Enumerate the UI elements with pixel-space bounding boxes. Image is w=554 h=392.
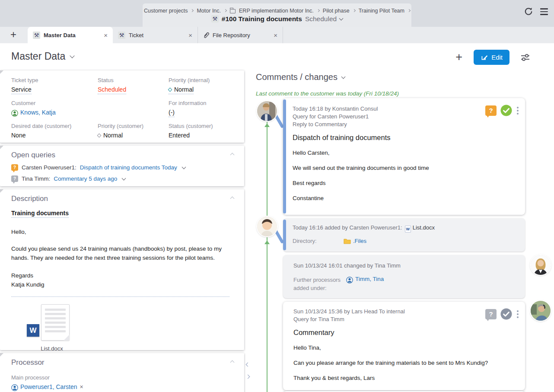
page-title-label: Master Data: [11, 51, 65, 62]
main-processor-link[interactable]: Poweruser1, Carsten: [20, 383, 77, 390]
panel-expand-right-icon[interactable]: [246, 375, 250, 379]
breadcrumb-item[interactable]: Motor Inc.: [197, 8, 221, 14]
breadcrumb-item[interactable]: ERP implementation Motor Inc.: [239, 8, 314, 14]
chevron-down-icon[interactable]: [339, 16, 344, 20]
more-menu-icon[interactable]: [516, 309, 519, 319]
attachment[interactable]: W List.docx: [26, 304, 78, 352]
settings-sliders-icon[interactable]: [521, 53, 530, 62]
open-query-icon[interactable]: ?: [485, 105, 497, 116]
page-title[interactable]: Master Data: [11, 51, 74, 62]
change-card: Sun 10/13/24 16:01 changed by Tina Timm …: [283, 255, 525, 298]
status-customer-value[interactable]: Entered: [169, 132, 244, 139]
change-field-label: Further processors added under:: [293, 276, 346, 292]
description-paragraph: Could you please send us 24 training man…: [11, 244, 229, 262]
chevron-down-icon: [341, 74, 346, 79]
processor-heading: Processor: [11, 358, 244, 367]
resolved-query-icon[interactable]: ?: [485, 309, 497, 319]
tab-ticket[interactable]: ⚒ Ticket ×: [113, 27, 198, 43]
comment-paragraph: Can you please arrange for the training …: [293, 360, 508, 366]
menu-icon[interactable]: [540, 8, 548, 15]
edit-button[interactable]: Edit: [474, 50, 509, 65]
query-icon: ?: [11, 164, 18, 171]
breadcrumb-item[interactable]: Customer projects: [144, 8, 188, 14]
approve-check-icon[interactable]: [500, 308, 512, 320]
query-link[interactable]: Dispatch of training documents Today: [80, 164, 177, 171]
comments-heading-label: Comments / changes: [256, 72, 337, 82]
chevron-down-icon[interactable]: [122, 176, 126, 180]
field-label: Desired date (customer): [11, 123, 98, 129]
file-added-card: Today 16:16 added by Carsten Poweruser1:…: [283, 218, 525, 252]
breadcrumb-item[interactable]: Training Pilot Team: [359, 8, 404, 14]
comment-meta: Query for Tina Timm: [293, 316, 508, 323]
field-label: Main processor: [11, 374, 244, 381]
open-queries-heading: Open queries: [11, 151, 244, 159]
customer-link[interactable]: Knows, Katja: [20, 109, 56, 116]
description-paragraph: Hello,: [11, 227, 229, 236]
status-value[interactable]: Scheduled: [98, 86, 126, 94]
chevron-right-icon: [224, 9, 227, 12]
avatar-tina-timm[interactable]: [531, 255, 551, 275]
comment-paragraph: Constantine: [293, 195, 508, 201]
ticket-title: #100 Training documents: [222, 15, 302, 23]
ticket-tools-icon: ⚒: [211, 15, 219, 22]
comment-meta: Sun 10/13/24 15:36 by Lars Head To inter…: [293, 308, 508, 316]
comment-meta: Today 16:18 by Konstantin Consul: [293, 105, 508, 113]
priority-internal-value[interactable]: Normal: [169, 86, 194, 94]
panel-collapse-left-icon[interactable]: [246, 363, 250, 367]
comment-paragraph: Hello Tina,: [293, 344, 508, 351]
ticket-type-value[interactable]: Service: [11, 86, 32, 94]
comment-paragraph: We will send out the training documents …: [293, 165, 508, 171]
more-menu-icon[interactable]: [516, 106, 519, 115]
for-information-value[interactable]: (-): [169, 109, 175, 117]
add-button[interactable]: +: [455, 51, 462, 63]
priority-diamond-icon: [168, 88, 172, 92]
remove-icon[interactable]: ×: [80, 383, 83, 390]
file-name[interactable]: List.docx: [413, 224, 435, 232]
last-comment-banner: Last comment to the customer was today (…: [256, 90, 399, 97]
comments-heading[interactable]: Comments / changes: [256, 72, 345, 82]
desired-date-value[interactable]: None: [11, 132, 98, 139]
new-tab-button[interactable]: +: [10, 29, 16, 41]
description-subject[interactable]: Training documents: [11, 210, 69, 218]
close-icon[interactable]: ×: [274, 32, 277, 39]
close-icon[interactable]: ×: [104, 32, 108, 39]
comment-paragraph: Thank you & best regards, Lars: [293, 375, 508, 381]
directory-link[interactable]: .Files: [353, 238, 366, 244]
field-priority-customer: Priority (customer) Normal: [98, 123, 169, 140]
chevron-right-icon: [353, 9, 356, 12]
avatar-lars-head[interactable]: [531, 301, 551, 321]
tools-icon: ⚒: [118, 32, 125, 39]
refresh-icon[interactable]: [524, 7, 533, 16]
description-paragraph: Katja Kundig: [11, 280, 229, 289]
avatar-konstantin-consul[interactable]: [257, 101, 277, 121]
comment-paragraph: Hello Carsten,: [293, 150, 508, 156]
field-priority-internal: Priority (internal) Normal: [169, 77, 244, 94]
query-icon: ?: [11, 175, 18, 182]
close-icon[interactable]: ×: [188, 32, 192, 39]
timeline-arrow-icon: [264, 240, 270, 244]
breadcrumb-item[interactable]: Pilot phase: [323, 8, 350, 14]
ticket-status[interactable]: Scheduled: [305, 15, 337, 23]
approve-check-icon[interactable]: [500, 105, 512, 116]
tools-icon: ⚒: [33, 32, 40, 39]
comment-paragraph: Best regards: [293, 180, 508, 186]
chevron-down-icon[interactable]: [181, 165, 186, 169]
attachment-name[interactable]: List.docx: [26, 345, 78, 352]
avatar-carsten-poweruser1[interactable]: [257, 217, 277, 236]
priority-customer-value[interactable]: Normal: [98, 132, 169, 139]
comment-meta: Today 16:16 added by Carsten Poweruser1:: [293, 224, 402, 232]
comment-meta: Sun 10/13/24 16:01 changed by Tina Timm: [293, 262, 525, 270]
tab-master-data[interactable]: ⚒ Master Data ×: [28, 27, 113, 43]
person-icon: [346, 277, 353, 284]
description-heading: Description: [11, 194, 233, 203]
tab-label: Master Data: [44, 32, 76, 38]
query-author: Carsten Poweruser1:: [22, 164, 76, 171]
description-paragraph: Regards: [11, 271, 229, 280]
field-status: Status Scheduled: [98, 77, 169, 94]
field-label: For information: [169, 100, 244, 106]
query-link[interactable]: Commentary 5 days ago: [54, 175, 117, 182]
processor-link[interactable]: Timm, Tina: [355, 276, 384, 282]
folder-icon: [230, 9, 236, 13]
tab-file-repository[interactable]: File Repository ×: [198, 27, 283, 43]
field-label: Status (customer): [169, 123, 244, 129]
